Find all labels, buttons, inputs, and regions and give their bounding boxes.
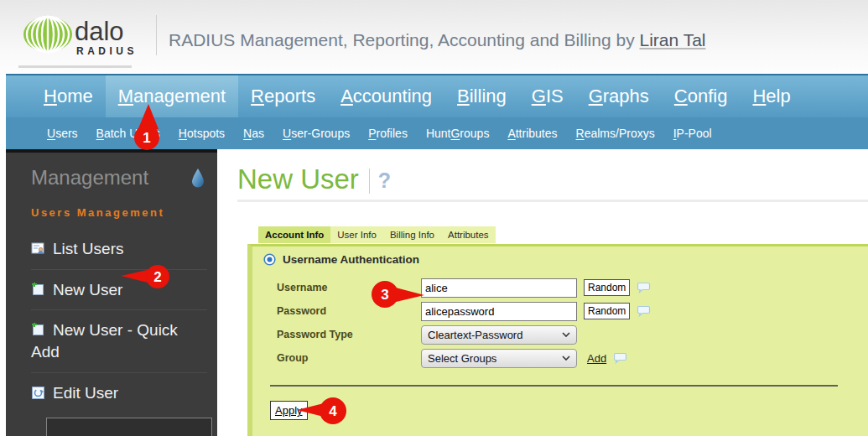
annotation-badge-2: 2 xyxy=(117,262,173,291)
subnav-item-profiles[interactable]: Profiles xyxy=(359,127,417,140)
water-drop-icon xyxy=(190,168,205,189)
globe-icon xyxy=(23,13,75,55)
subnav-item-nas[interactable]: Nas xyxy=(234,127,273,140)
annotation-badge-3: 3 xyxy=(367,278,428,310)
group-label: Group xyxy=(277,352,421,364)
new-user-icon xyxy=(31,283,45,297)
svg-text:4: 4 xyxy=(329,403,337,419)
sidebar-filter-input[interactable] xyxy=(46,418,212,436)
sidebar-item-new-user-quick-add[interactable]: New User - Quick Add xyxy=(31,309,207,371)
username-row: Username Random xyxy=(277,276,853,299)
auth-section-label: Username Authentication xyxy=(283,253,419,266)
svg-text:1: 1 xyxy=(143,130,150,146)
username-auth-radio[interactable] xyxy=(263,253,276,266)
group-row: Group Select Groups Add xyxy=(277,346,853,370)
svg-text:2: 2 xyxy=(153,269,161,285)
sidebar-title: Management xyxy=(31,166,148,189)
group-tooltip-icon xyxy=(614,352,627,364)
password-random-button[interactable]: Random xyxy=(584,303,630,319)
group-select[interactable]: Select Groups xyxy=(421,349,577,368)
password-input[interactable] xyxy=(421,302,577,321)
subnav-item-user-groups[interactable]: User-Groups xyxy=(273,127,359,140)
password-type-row: Password Type Cleartext-Password xyxy=(277,323,853,346)
svg-text:3: 3 xyxy=(381,287,388,303)
sidebar-item-edit-user[interactable]: Edit User xyxy=(31,372,207,413)
app-tagline: RADIUS Management, Reporting, Accounting… xyxy=(169,30,705,50)
daloradius-logo[interactable]: dalo RADIUS xyxy=(23,12,148,59)
tab-bar: Account Info User Info Billing Info Attr… xyxy=(258,226,496,243)
subnav-item-realms-proxys[interactable]: Realms/Proxys xyxy=(567,127,664,140)
password-tooltip-icon xyxy=(637,305,651,317)
tab-billing-info[interactable]: Billing Info xyxy=(383,226,441,243)
sidebar-filter-row xyxy=(31,418,207,436)
annotation-badge-4: 4 xyxy=(294,395,349,427)
password-type-label: Password Type xyxy=(277,329,421,340)
page-title: New User xyxy=(237,164,359,195)
sidebar: Management Users Management Lis xyxy=(6,149,217,436)
edit-user-icon xyxy=(31,386,45,400)
username-input[interactable] xyxy=(421,278,577,298)
new-user-quick-icon xyxy=(31,323,45,337)
chevron-down-icon xyxy=(562,332,570,337)
subnav-item-ip-pool[interactable]: IP-Pool xyxy=(664,127,721,140)
header-divider xyxy=(156,15,157,55)
subnav-item-users[interactable]: Users xyxy=(38,127,87,140)
sidebar-section-label: Users Management xyxy=(31,206,207,219)
username-tooltip-icon xyxy=(637,282,651,293)
daloradius-app-window: dalo RADIUS RADIUS Management, Reporting… xyxy=(0,0,868,436)
nav-item-gis[interactable]: GIS xyxy=(519,75,576,117)
logo-underline-divider xyxy=(18,65,132,68)
subnav-item-attributes[interactable]: Attributes xyxy=(498,127,566,140)
list-users-icon xyxy=(31,241,45,256)
app-header: dalo RADIUS RADIUS Management, Reporting… xyxy=(0,0,868,74)
annotation-badge-1: 1 xyxy=(124,102,173,153)
username-random-button[interactable]: Random xyxy=(584,279,630,296)
tab-account-info[interactable]: Account Info xyxy=(258,226,330,243)
form-divider xyxy=(270,385,838,387)
author-link[interactable]: Liran Tal xyxy=(639,30,705,49)
subnav-item-hotspots[interactable]: Hotspots xyxy=(169,127,234,140)
tab-attributes[interactable]: Attributes xyxy=(441,226,496,243)
logo-sub-wordmark: RADIUS xyxy=(76,45,138,57)
nav-item-help[interactable]: Help xyxy=(740,75,803,117)
nav-item-home[interactable]: Home xyxy=(31,75,106,117)
nav-item-graphs[interactable]: Graphs xyxy=(576,75,662,117)
add-group-link[interactable]: Add xyxy=(587,352,606,365)
subnav-item-huntgroups[interactable]: HuntGroups xyxy=(417,127,499,140)
help-divider xyxy=(369,169,370,194)
tab-user-info[interactable]: User Info xyxy=(330,226,383,243)
logo-wordmark: dalo xyxy=(75,17,124,47)
password-row: Password Random xyxy=(277,299,853,323)
nav-item-config[interactable]: Config xyxy=(662,75,741,117)
title-rule xyxy=(237,200,868,202)
password-type-select[interactable]: Cleartext-Password xyxy=(421,325,577,345)
help-icon[interactable]: ? xyxy=(378,169,391,193)
nav-item-reports[interactable]: Reports xyxy=(238,75,328,117)
chevron-down-icon xyxy=(562,356,570,361)
nav-item-accounting[interactable]: Accounting xyxy=(328,75,444,117)
nav-item-billing[interactable]: Billing xyxy=(444,75,519,117)
